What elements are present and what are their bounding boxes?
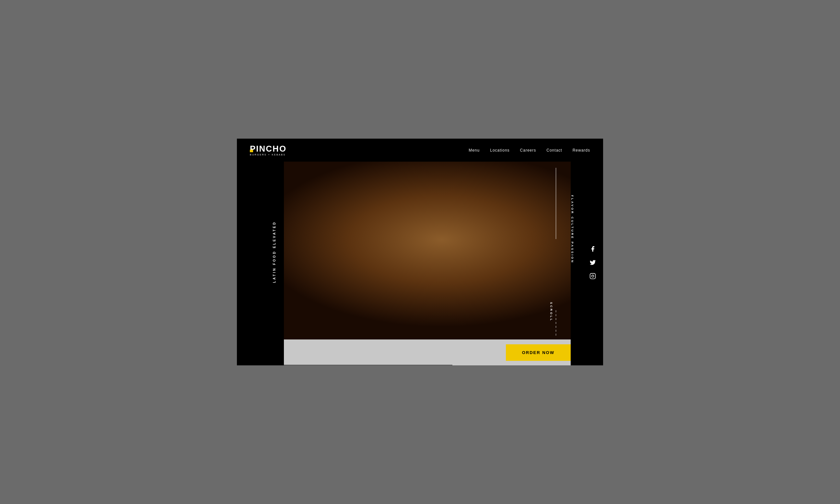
facebook-icon[interactable] [589, 245, 597, 253]
svg-point-42 [592, 275, 594, 277]
svg-point-33 [474, 210, 496, 218]
svg-rect-39 [284, 300, 571, 340]
svg-point-27 [482, 212, 495, 221]
instagram-icon[interactable] [589, 272, 597, 280]
main-nav: Menu Locations Careers Contact Rewards [469, 148, 590, 152]
svg-point-36 [477, 208, 483, 214]
svg-point-38 [499, 206, 504, 211]
dashed-line-decoration [556, 310, 556, 336]
svg-point-10 [357, 214, 368, 222]
nav-locations[interactable]: Locations [490, 148, 509, 152]
svg-point-32 [512, 213, 526, 219]
svg-point-7 [330, 219, 402, 236]
black-right-panel [571, 158, 603, 365]
right-vertical-text: FLAVOR CULTURE PASSION [571, 195, 574, 264]
svg-point-8 [344, 218, 360, 230]
svg-point-14 [384, 215, 397, 220]
order-now-button[interactable]: ORDER NOW [506, 344, 571, 361]
svg-marker-5 [321, 233, 388, 332]
logo-area[interactable]: PINCHO BURGERS + KEBABS [250, 144, 286, 156]
svg-rect-1 [284, 265, 571, 340]
svg-point-15 [348, 212, 369, 219]
svg-marker-22 [444, 233, 520, 332]
svg-point-9 [374, 216, 387, 227]
svg-point-43 [594, 274, 594, 275]
svg-point-16 [371, 211, 389, 218]
svg-point-29 [470, 223, 497, 232]
svg-point-34 [498, 209, 518, 216]
svg-point-37 [512, 210, 518, 216]
svg-rect-2 [284, 283, 571, 340]
nav-menu[interactable]: Menu [469, 148, 479, 152]
vertical-line-decoration [556, 168, 556, 239]
logo-p-wrapper: PINCHO [250, 144, 286, 153]
social-icons-container [589, 245, 597, 280]
twitter-icon[interactable] [589, 258, 597, 266]
svg-point-19 [381, 213, 386, 217]
logo-brand-name: PINCHO [250, 144, 286, 154]
svg-rect-40 [284, 314, 571, 340]
svg-point-28 [495, 216, 507, 224]
svg-marker-21 [441, 229, 523, 332]
svg-point-6 [330, 219, 409, 240]
header: PINCHO BURGERS + KEBABS Menu Locations C… [237, 139, 603, 162]
svg-point-26 [501, 214, 515, 224]
scroll-label: SCROLL [549, 302, 553, 322]
svg-point-24 [457, 215, 531, 234]
svg-rect-41 [590, 273, 596, 279]
logo-yellow-accent [250, 150, 253, 152]
logo-tagline: BURGERS + KEBABS [250, 154, 286, 156]
svg-point-12 [368, 224, 388, 231]
browser-window: PINCHO BURGERS + KEBABS Menu Locations C… [237, 139, 603, 365]
svg-point-11 [345, 225, 369, 233]
hero-food-image [284, 158, 571, 340]
nav-contact[interactable]: Contact [546, 148, 562, 152]
logo-text: PINCHO [250, 144, 286, 153]
svg-point-35 [489, 208, 505, 215]
left-vertical-text: LATIN FOOD ELEVATED [273, 221, 276, 283]
svg-point-25 [469, 215, 487, 228]
black-left-panel [237, 158, 284, 365]
svg-point-23 [456, 216, 538, 239]
svg-point-18 [351, 210, 356, 216]
nav-rewards[interactable]: Rewards [573, 148, 590, 152]
nav-careers[interactable]: Careers [520, 148, 536, 152]
svg-point-13 [341, 217, 355, 223]
svg-rect-0 [284, 158, 571, 340]
svg-point-31 [465, 215, 480, 222]
svg-point-20 [371, 209, 375, 213]
svg-marker-4 [318, 229, 391, 332]
svg-point-17 [362, 210, 377, 216]
svg-rect-3 [284, 158, 571, 272]
svg-point-30 [497, 222, 519, 230]
